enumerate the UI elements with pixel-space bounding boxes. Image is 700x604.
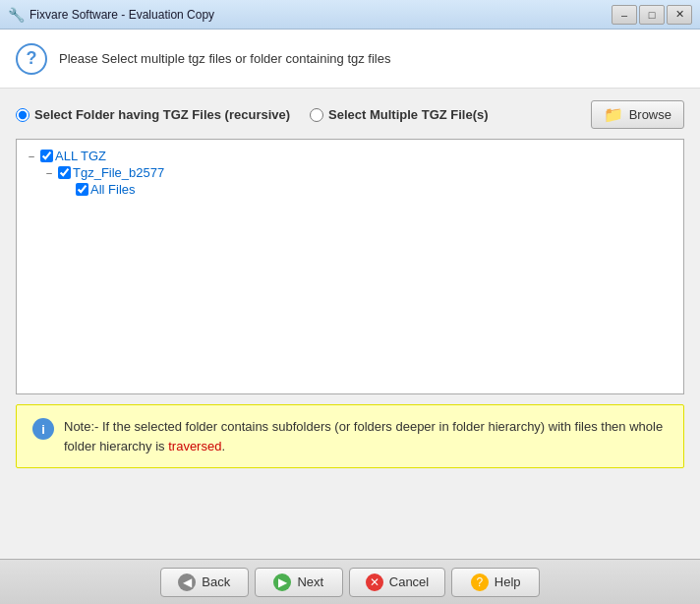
note-text-before: Note:- If the selected folder contains s… (64, 419, 663, 453)
cancel-label: Cancel (389, 574, 429, 589)
content-area: Select Folder having TGZ Files (recursiv… (0, 89, 700, 559)
radio-folder-input[interactable] (16, 108, 29, 122)
browse-icon: 📁 (604, 105, 623, 124)
tree-node-root: – ALL TGZ – Tgz_File_b2577 (25, 148, 675, 198)
note-box: i Note:- If the selected folder contains… (16, 404, 684, 468)
tree-label-root[interactable]: ALL TGZ (55, 149, 106, 163)
note-text-after: . (221, 439, 225, 453)
radio-files[interactable]: Select Multiple TGZ File(s) (310, 107, 489, 122)
info-icon: ? (16, 43, 47, 75)
options-row: Select Folder having TGZ Files (recursiv… (16, 100, 684, 129)
cancel-button[interactable]: ✕ Cancel (349, 568, 445, 597)
tree-row-root[interactable]: – ALL TGZ (25, 148, 675, 164)
app-icon: 🔧 (8, 7, 24, 23)
tree-label-child1[interactable]: Tgz_File_b2577 (73, 165, 164, 180)
checkbox-root[interactable] (40, 150, 53, 162)
radio-folder[interactable]: Select Folder having TGZ Files (recursiv… (16, 107, 290, 122)
note-text: Note:- If the selected folder contains s… (64, 417, 668, 455)
expander-root[interactable]: – (25, 150, 38, 163)
next-label: Next (297, 574, 323, 589)
browse-label: Browse (629, 107, 671, 122)
tree-children-root: – Tgz_File_b2577 All Files (25, 164, 675, 198)
main-window: ? Please Select multiple tgz files or fo… (0, 30, 700, 604)
header-message: Please Select multiple tgz files or fold… (59, 51, 390, 66)
checkbox-grandchild1[interactable] (76, 183, 88, 196)
maximize-button[interactable]: □ (639, 5, 665, 25)
note-highlight: traversed (168, 439, 221, 453)
help-icon: ? (471, 574, 489, 591)
radio-files-label: Select Multiple TGZ File(s) (328, 107, 489, 122)
back-button[interactable]: ◀ Back (160, 568, 249, 597)
next-button[interactable]: ▶ Next (255, 568, 343, 597)
back-icon: ◀ (178, 574, 196, 591)
back-label: Back (202, 574, 230, 589)
tree-row-child1[interactable]: – Tgz_File_b2577 (42, 164, 675, 181)
help-button[interactable]: ? Help (451, 568, 540, 597)
close-button[interactable]: ✕ (667, 5, 692, 25)
tree-view[interactable]: – ALL TGZ – Tgz_File_b2577 (16, 139, 684, 394)
note-icon: i (32, 418, 54, 440)
cancel-icon: ✕ (366, 574, 383, 591)
tree-label-grandchild1[interactable]: All Files (90, 182, 136, 197)
radio-group: Select Folder having TGZ Files (recursiv… (16, 107, 591, 122)
checkbox-child1[interactable] (58, 166, 71, 179)
radio-files-input[interactable] (310, 108, 323, 122)
tree-row-grandchild1[interactable]: All Files (60, 181, 675, 198)
expander-grandchild1 (60, 183, 74, 197)
footer: ◀ Back ▶ Next ✕ Cancel ? Help (0, 559, 700, 604)
window-title: Fixvare Software - Evaluation Copy (29, 8, 612, 22)
header-section: ? Please Select multiple tgz files or fo… (0, 30, 700, 89)
tree-node-child1: – Tgz_File_b2577 All Files (42, 164, 675, 198)
expander-child1[interactable]: – (42, 166, 56, 180)
window-controls: – □ ✕ (612, 5, 692, 25)
next-icon: ▶ (273, 574, 291, 591)
radio-folder-label: Select Folder having TGZ Files (recursiv… (34, 107, 290, 122)
titlebar: 🔧 Fixvare Software - Evaluation Copy – □… (0, 0, 700, 30)
tree-children-child1: All Files (42, 181, 675, 198)
help-label: Help (495, 574, 521, 589)
browse-button[interactable]: 📁 Browse (591, 100, 684, 129)
minimize-button[interactable]: – (612, 5, 637, 25)
